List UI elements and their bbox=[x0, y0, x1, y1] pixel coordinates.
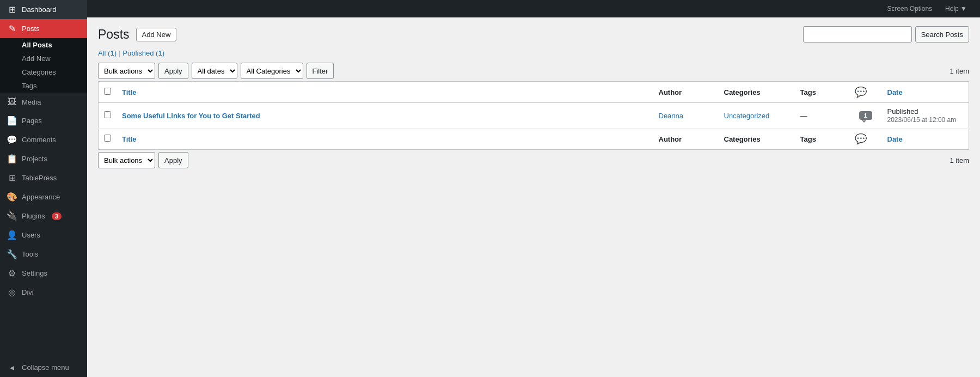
col-footer-date[interactable]: Date bbox=[882, 129, 969, 150]
tags-label: Tags bbox=[22, 82, 36, 90]
sidebar-item-tags[interactable]: Tags bbox=[0, 79, 87, 93]
posts-table: Title Author Categories Tags 💬 bbox=[98, 81, 969, 150]
table-header-row: Title Author Categories Tags 💬 bbox=[99, 82, 969, 103]
comment-header-icon: 💬 bbox=[855, 87, 867, 98]
search-posts-button[interactable]: Search Posts bbox=[915, 26, 969, 42]
row-date-cell: Published 2023/06/15 at 12:00 am bbox=[882, 103, 969, 129]
sidebar-item-settings[interactable]: ⚙ Settings bbox=[0, 264, 87, 283]
sidebar-item-users[interactable]: 👤 Users bbox=[0, 226, 87, 245]
dashboard-icon: ⊞ bbox=[7, 4, 17, 15]
row-checkbox[interactable] bbox=[104, 111, 111, 118]
comment-count-bubble[interactable]: 1 bbox=[859, 111, 872, 120]
sidebar-item-tablepress[interactable]: ⊞ TablePress bbox=[0, 168, 87, 187]
search-input[interactable] bbox=[803, 26, 912, 42]
screen-options-button[interactable]: Screen Options bbox=[883, 4, 936, 14]
sidebar-item-label: Tools bbox=[22, 250, 38, 258]
filter-all-link[interactable]: All (1) bbox=[98, 49, 117, 57]
tools-icon: 🔧 bbox=[7, 249, 17, 259]
sidebar-item-label: Dashboard bbox=[22, 5, 57, 14]
filter-published-link[interactable]: Published (1) bbox=[122, 49, 164, 57]
sidebar-item-label: Pages bbox=[22, 117, 42, 125]
add-new-label: Add New bbox=[22, 54, 51, 63]
add-new-button[interactable]: Add New bbox=[136, 28, 177, 41]
comment-footer-icon: 💬 bbox=[855, 133, 867, 144]
select-all-checkbox-bottom[interactable] bbox=[104, 135, 111, 142]
bulk-actions-select-top[interactable]: Bulk actions bbox=[98, 63, 155, 79]
row-comments-cell: 1 bbox=[849, 103, 882, 129]
post-title-link[interactable]: Some Useful Links for You to Get Started bbox=[122, 112, 260, 120]
all-dates-select[interactable]: All dates bbox=[192, 63, 237, 79]
sidebar-item-label: TablePress bbox=[22, 174, 57, 182]
sidebar: ⊞ Dashboard ✎ Posts All Posts Add New Ca… bbox=[0, 0, 87, 377]
sidebar-item-plugins[interactable]: 🔌 Plugins 3 bbox=[0, 206, 87, 226]
col-header-checkbox bbox=[99, 82, 117, 103]
row-author-cell: Deanna bbox=[653, 103, 719, 129]
col-footer-categories: Categories bbox=[719, 129, 795, 150]
filter-button[interactable]: Filter bbox=[307, 63, 334, 79]
sidebar-item-label: Comments bbox=[22, 136, 56, 144]
collapse-icon: ◂ bbox=[7, 362, 17, 373]
tablepress-icon: ⊞ bbox=[7, 173, 17, 183]
item-count-bottom: 1 item bbox=[950, 156, 969, 165]
category-link[interactable]: Uncategorized bbox=[724, 112, 770, 120]
col-footer-author: Author bbox=[653, 129, 719, 150]
sidebar-item-label: Projects bbox=[22, 155, 47, 163]
sidebar-item-tools[interactable]: 🔧 Tools bbox=[0, 245, 87, 264]
sidebar-item-pages[interactable]: 📄 Pages bbox=[0, 111, 87, 130]
col-header-title[interactable]: Title bbox=[117, 82, 653, 103]
pages-icon: 📄 bbox=[7, 115, 17, 126]
col-header-comments: 💬 bbox=[849, 82, 882, 103]
projects-icon: 📋 bbox=[7, 154, 17, 164]
admin-topbar: Screen Options Help ▼ bbox=[87, 0, 980, 17]
plugins-badge: 3 bbox=[52, 212, 62, 220]
author-link[interactable]: Deanna bbox=[659, 112, 684, 120]
sidebar-item-label: Settings bbox=[22, 269, 47, 277]
collapse-label: Collapse menu bbox=[22, 363, 69, 372]
apply-button-top[interactable]: Apply bbox=[158, 63, 188, 79]
all-categories-select[interactable]: All Categories bbox=[241, 63, 303, 79]
row-checkbox-cell bbox=[99, 103, 117, 129]
row-title-cell: Some Useful Links for You to Get Started bbox=[117, 103, 653, 129]
sidebar-item-label: Users bbox=[22, 231, 40, 239]
sidebar-item-collapse[interactable]: ◂ Collapse menu bbox=[0, 358, 87, 377]
posts-icon: ✎ bbox=[7, 23, 17, 34]
plugins-icon: 🔌 bbox=[7, 211, 17, 221]
sidebar-item-media[interactable]: 🖼 Media bbox=[0, 93, 87, 111]
sidebar-item-categories[interactable]: Categories bbox=[0, 65, 87, 79]
col-footer-title[interactable]: Title bbox=[117, 129, 653, 150]
table-footer-header-row: Title Author Categories Tags 💬 bbox=[99, 129, 969, 150]
bottom-toolbar: Bulk actions Apply 1 item bbox=[98, 152, 969, 168]
date-status: Published bbox=[887, 107, 918, 115]
col-header-author: Author bbox=[653, 82, 719, 103]
sidebar-item-label: Appearance bbox=[22, 193, 60, 201]
sidebar-item-posts[interactable]: ✎ Posts bbox=[0, 19, 87, 38]
sidebar-item-all-posts[interactable]: All Posts bbox=[0, 38, 87, 52]
date-value: 2023/06/15 at 12:00 am bbox=[887, 116, 957, 124]
tags-value: — bbox=[800, 112, 807, 120]
comments-icon: 💬 bbox=[7, 135, 17, 145]
col-footer-tags: Tags bbox=[795, 129, 849, 150]
sidebar-item-appearance[interactable]: 🎨 Appearance bbox=[0, 187, 87, 206]
bulk-actions-select-bottom[interactable]: Bulk actions bbox=[98, 152, 155, 168]
apply-button-bottom[interactable]: Apply bbox=[158, 152, 188, 168]
sidebar-item-comments[interactable]: 💬 Comments bbox=[0, 130, 87, 149]
item-count-top: 1 item bbox=[950, 67, 969, 75]
divi-icon: ◎ bbox=[7, 287, 17, 297]
select-all-checkbox[interactable] bbox=[104, 88, 111, 95]
sidebar-item-add-new[interactable]: Add New bbox=[0, 52, 87, 65]
row-tags-cell: — bbox=[795, 103, 849, 129]
search-area: Search Posts bbox=[803, 26, 969, 42]
page-content: Posts Add New Search Posts All (1) | Pub… bbox=[87, 17, 980, 377]
sidebar-item-label: Media bbox=[22, 98, 41, 106]
top-toolbar: Bulk actions Apply All dates All Categor… bbox=[98, 63, 969, 79]
all-posts-label: All Posts bbox=[22, 41, 52, 49]
page-header: Posts Add New Search Posts bbox=[98, 26, 969, 42]
sidebar-item-label: Plugins bbox=[22, 212, 45, 220]
sidebar-item-dashboard[interactable]: ⊞ Dashboard bbox=[0, 0, 87, 19]
sidebar-item-projects[interactable]: 📋 Projects bbox=[0, 149, 87, 168]
help-button[interactable]: Help ▼ bbox=[941, 4, 971, 14]
col-header-date[interactable]: Date bbox=[882, 82, 969, 103]
sidebar-item-divi[interactable]: ◎ Divi bbox=[0, 283, 87, 302]
settings-icon: ⚙ bbox=[7, 268, 17, 278]
sidebar-item-label: Posts bbox=[22, 25, 40, 33]
